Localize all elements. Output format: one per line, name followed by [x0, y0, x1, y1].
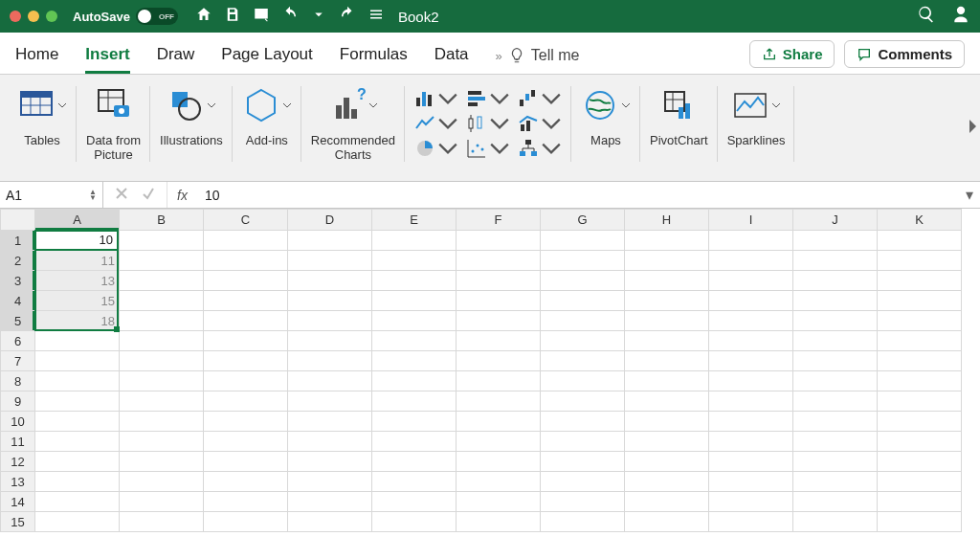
- tab-draw[interactable]: Draw: [157, 45, 195, 74]
- cell[interactable]: [35, 452, 120, 472]
- zoom-window-button[interactable]: [46, 11, 57, 22]
- cell[interactable]: [541, 512, 625, 532]
- fx-label[interactable]: fx: [167, 182, 197, 208]
- cell[interactable]: [709, 452, 793, 472]
- cell[interactable]: [541, 432, 625, 452]
- cell[interactable]: [878, 311, 962, 331]
- share-button[interactable]: Share: [749, 40, 835, 68]
- cell[interactable]: [288, 432, 372, 452]
- tab-insert[interactable]: Insert: [85, 45, 129, 74]
- row-header[interactable]: 9: [1, 391, 35, 412]
- tables-button[interactable]: [17, 82, 56, 128]
- cell[interactable]: [793, 472, 878, 492]
- redo-icon[interactable]: [339, 6, 356, 27]
- pivotchart-button[interactable]: [659, 82, 698, 128]
- cell[interactable]: [878, 512, 962, 532]
- cell[interactable]: [709, 311, 793, 331]
- cell[interactable]: [541, 251, 625, 271]
- cell[interactable]: [35, 391, 120, 412]
- cell[interactable]: [457, 311, 541, 331]
- cell[interactable]: 18: [35, 311, 120, 331]
- illustrations-button[interactable]: [167, 82, 205, 128]
- cell[interactable]: [878, 271, 962, 291]
- cell[interactable]: [625, 231, 709, 251]
- add-ins-button[interactable]: [242, 82, 280, 128]
- chevron-down-icon[interactable]: [771, 101, 781, 110]
- row-header[interactable]: 4: [1, 291, 35, 311]
- cell[interactable]: [709, 331, 793, 351]
- cell[interactable]: [204, 432, 288, 452]
- cell[interactable]: [35, 492, 120, 512]
- cell[interactable]: [372, 291, 457, 311]
- statistic-chart-button[interactable]: [466, 113, 510, 134]
- cell[interactable]: [204, 391, 288, 412]
- col-header-A[interactable]: A: [35, 210, 120, 231]
- cell[interactable]: [793, 371, 878, 391]
- cell[interactable]: [35, 432, 120, 452]
- cell[interactable]: [372, 231, 457, 251]
- cell[interactable]: [372, 412, 457, 432]
- cell[interactable]: [35, 351, 120, 371]
- cell[interactable]: [793, 452, 878, 472]
- cell[interactable]: [457, 512, 541, 532]
- cell[interactable]: [878, 391, 962, 412]
- cell[interactable]: [372, 432, 457, 452]
- cell[interactable]: [204, 412, 288, 432]
- cell[interactable]: [457, 391, 541, 412]
- col-header-B[interactable]: B: [120, 210, 204, 231]
- col-header-I[interactable]: I: [709, 210, 793, 231]
- cell[interactable]: 13: [35, 271, 120, 291]
- cell[interactable]: [457, 452, 541, 472]
- cell[interactable]: [288, 311, 372, 331]
- row-header[interactable]: 13: [1, 472, 35, 492]
- cell[interactable]: [625, 492, 709, 512]
- cell[interactable]: [204, 512, 288, 532]
- autosave-toggle[interactable]: AutoSave OFF: [73, 8, 178, 25]
- cell[interactable]: [120, 391, 204, 412]
- tab-home[interactable]: Home: [15, 45, 58, 74]
- cell[interactable]: [541, 412, 625, 432]
- cell[interactable]: [204, 251, 288, 271]
- cell[interactable]: [35, 512, 120, 532]
- cell[interactable]: [288, 251, 372, 271]
- cell[interactable]: [288, 331, 372, 351]
- cell[interactable]: [793, 251, 878, 271]
- cell[interactable]: [793, 351, 878, 371]
- cell[interactable]: [204, 492, 288, 512]
- undo-dropdown-icon[interactable]: [310, 6, 327, 27]
- cell[interactable]: [457, 351, 541, 371]
- cell[interactable]: [120, 452, 204, 472]
- cell[interactable]: [541, 231, 625, 251]
- cell[interactable]: [793, 311, 878, 331]
- cell[interactable]: [625, 251, 709, 271]
- cell[interactable]: [288, 371, 372, 391]
- edit-picture-icon[interactable]: [253, 6, 270, 27]
- cell[interactable]: [457, 412, 541, 432]
- cell[interactable]: [793, 432, 878, 452]
- expand-formula-bar-icon[interactable]: ▾: [959, 182, 980, 208]
- col-header-C[interactable]: C: [204, 210, 288, 231]
- cell[interactable]: [709, 271, 793, 291]
- minimize-window-button[interactable]: [28, 11, 39, 22]
- cell[interactable]: [204, 371, 288, 391]
- waterfall-chart-button[interactable]: [518, 88, 562, 109]
- tell-me[interactable]: » Tell me: [496, 47, 580, 74]
- cell[interactable]: [709, 231, 793, 251]
- row-header[interactable]: 10: [1, 412, 35, 432]
- cell[interactable]: 11: [35, 251, 120, 271]
- pie-chart-button[interactable]: [414, 138, 458, 159]
- cell-grid[interactable]: A B C D E F G H I J K 110211313415518678…: [0, 209, 962, 532]
- enter-formula-icon[interactable]: [142, 187, 155, 204]
- row-header[interactable]: 3: [1, 271, 35, 291]
- cell[interactable]: [541, 371, 625, 391]
- cell[interactable]: [541, 391, 625, 412]
- scatter-chart-button[interactable]: [466, 138, 510, 159]
- cell[interactable]: [709, 492, 793, 512]
- col-header-K[interactable]: K: [878, 210, 962, 231]
- cell[interactable]: [709, 432, 793, 452]
- cell[interactable]: [878, 371, 962, 391]
- cell[interactable]: [878, 351, 962, 371]
- cell[interactable]: [541, 472, 625, 492]
- col-header-F[interactable]: F: [457, 210, 541, 231]
- cell[interactable]: 15: [35, 291, 120, 311]
